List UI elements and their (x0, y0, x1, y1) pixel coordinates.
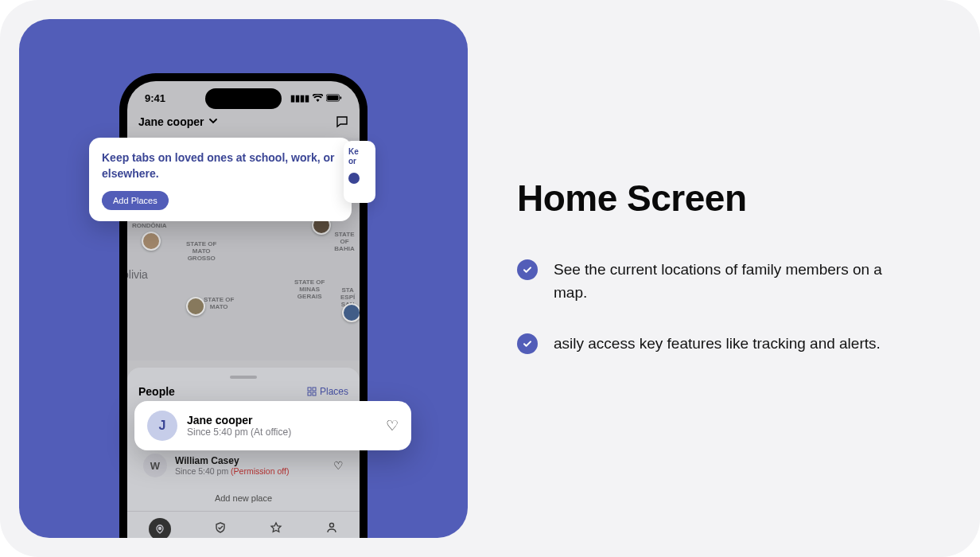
showcase-panel: 9:41 ▮▮▮▮ Jane cooper (19, 19, 468, 538)
bullet-text: See the current locations of family memb… (554, 258, 907, 305)
tip-peek-text: Keor (348, 147, 371, 166)
map-label: STATE OFBAHIA (329, 232, 360, 252)
svg-point-7 (158, 527, 161, 530)
person-row[interactable]: W William Casey Since 5:40 pm (Permissio… (138, 446, 348, 485)
tab-star-icon[interactable] (270, 521, 282, 537)
person-name: William Casey (175, 455, 325, 466)
page-title: Home Screen (517, 177, 907, 220)
tab-bar (127, 511, 360, 538)
tip-card-peek: Keor (344, 141, 375, 203)
svg-point-8 (330, 524, 334, 528)
wifi-icon (313, 94, 323, 103)
map-label: STATE OFMINASGERAIS (294, 279, 325, 300)
chat-icon[interactable] (336, 115, 348, 128)
tip-text: Keep tabs on loved ones at school, work,… (102, 150, 339, 181)
battery-icon (326, 94, 342, 103)
avatar: J (147, 411, 177, 441)
person-callout: J Jane cooper Since 5:40 pm (At office) … (134, 401, 411, 450)
dynamic-island (205, 88, 282, 109)
feature-bullet: asily access key features like tracking … (517, 332, 907, 355)
svg-rect-4 (313, 388, 316, 391)
heart-icon[interactable]: ♡ (386, 417, 399, 434)
map-avatar[interactable] (186, 297, 205, 316)
sheet-handle[interactable] (230, 376, 257, 379)
copy-panel: Home Screen See the current locations of… (517, 177, 907, 382)
map-country-bolivia: olivia (127, 268, 148, 281)
check-icon (517, 333, 538, 354)
svg-rect-5 (308, 392, 311, 395)
map-avatar[interactable] (142, 232, 161, 251)
chevron-down-icon (208, 116, 218, 128)
add-place-link[interactable]: Add new place (138, 485, 348, 511)
person-name: Jane cooper (187, 414, 376, 427)
svg-rect-3 (308, 388, 311, 391)
svg-rect-1 (327, 95, 338, 100)
add-places-button[interactable]: Add Places (102, 191, 169, 210)
map-avatar[interactable] (342, 303, 360, 322)
sheet-title: People (138, 385, 175, 398)
heart-icon[interactable]: ♡ (333, 459, 344, 472)
map-label: STATE OFMATOGROSSO (186, 241, 216, 262)
tab-shield-icon[interactable] (214, 521, 227, 537)
profile-name: Jane cooper (138, 115, 204, 128)
app-header: Jane cooper (127, 107, 360, 138)
svg-rect-6 (313, 392, 316, 395)
bullet-text: asily access key features like tracking … (554, 332, 881, 355)
svg-rect-2 (340, 96, 342, 99)
check-icon (517, 259, 538, 280)
person-info: William Casey Since 5:40 pm (Permission … (175, 455, 325, 476)
person-sub: Since 5:40 pm (At office) (187, 427, 376, 438)
feature-bullet: See the current locations of family memb… (517, 258, 907, 305)
status-time: 9:41 (145, 92, 165, 104)
person-sub: Since 5:40 pm (Permission off) (175, 466, 325, 476)
places-link-label: Places (320, 386, 348, 397)
tip-peek-dot (348, 173, 360, 184)
tip-callout: Keep tabs on loved ones at school, work,… (89, 138, 352, 221)
avatar: W (143, 454, 167, 477)
signal-icon: ▮▮▮▮ (290, 93, 309, 103)
people-sheet: People Places J Jane cooper Since 5:40 p… (127, 368, 360, 538)
tab-location-icon[interactable] (149, 518, 171, 538)
places-link[interactable]: Places (307, 386, 348, 397)
map-label: STATE OFMATO (204, 297, 234, 311)
status-icons: ▮▮▮▮ (290, 93, 342, 103)
tab-person-icon[interactable] (325, 521, 338, 537)
profile-selector[interactable]: Jane cooper (138, 115, 218, 128)
person-info: Jane cooper Since 5:40 pm (At office) (187, 414, 376, 438)
